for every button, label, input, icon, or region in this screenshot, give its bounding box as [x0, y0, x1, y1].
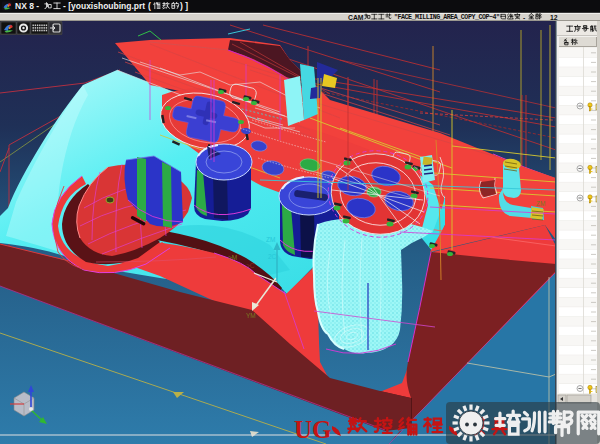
svg-text:ZM: ZM — [536, 200, 545, 207]
svg-text:) ]: ) ] — [180, 1, 188, 11]
svg-text:ZM: ZM — [266, 236, 275, 243]
svg-text:CAM: CAM — [348, 14, 364, 21]
svg-text:NX 8 -: NX 8 - — [15, 1, 39, 11]
svg-text:YM: YM — [246, 312, 256, 319]
svg-text:"FACE_MILLING_AREA_COPY_COP~4": "FACE_MILLING_AREA_COPY_COP~4" — [394, 14, 500, 21]
svg-text:- [youxishoubing.prt: - [youxishoubing.prt — [63, 1, 145, 11]
svg-text:2C: 2C — [268, 253, 277, 260]
svg-text:(: ( — [148, 1, 151, 11]
svg-text:>C: >C — [246, 262, 255, 269]
svg-text:UG: UG — [294, 416, 332, 443]
svg-text:12: 12 — [550, 14, 558, 21]
svg-text:-: - — [523, 14, 525, 21]
svg-text:>M: >M — [228, 254, 237, 261]
